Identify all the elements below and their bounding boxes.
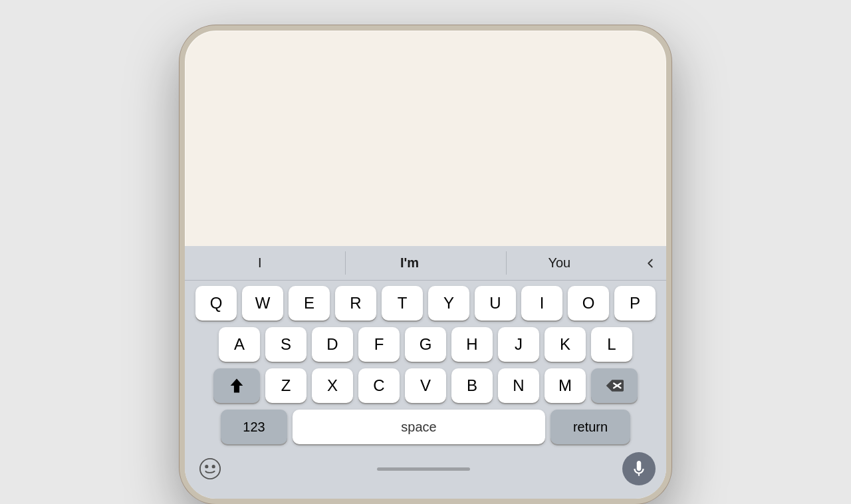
predictive-backspace[interactable]: [634, 256, 666, 271]
key-C[interactable]: C: [358, 368, 400, 403]
delete-key[interactable]: [591, 368, 638, 403]
key-Y[interactable]: Y: [428, 286, 469, 320]
phone-container: I I'm You Q W E R T Y: [173, 0, 678, 504]
key-row-2: A S D F G H J K L: [187, 327, 664, 362]
key-D[interactable]: D: [312, 327, 353, 362]
key-X[interactable]: X: [312, 368, 353, 403]
bottom-bar: [185, 447, 666, 493]
key-row-3: Z X C V B N M: [187, 368, 664, 403]
emoji-button[interactable]: [195, 454, 225, 483]
predictive-word-2[interactable]: I'm: [334, 250, 484, 276]
home-indicator: [377, 467, 470, 471]
key-Z[interactable]: Z: [265, 368, 306, 403]
numbers-key[interactable]: 123: [221, 410, 287, 444]
shift-key[interactable]: [213, 368, 260, 403]
key-V[interactable]: V: [405, 368, 446, 403]
phone-frame: I I'm You Q W E R T Y: [180, 25, 671, 504]
predictive-word-3[interactable]: You: [485, 250, 634, 276]
key-Q[interactable]: Q: [195, 286, 237, 320]
key-E[interactable]: E: [289, 286, 330, 320]
key-F[interactable]: F: [358, 327, 400, 362]
key-O[interactable]: O: [568, 286, 609, 320]
return-key[interactable]: return: [550, 410, 630, 444]
key-R[interactable]: R: [335, 286, 376, 320]
key-M[interactable]: M: [545, 368, 586, 403]
key-J[interactable]: J: [498, 327, 539, 362]
keyboard-area: I I'm You Q W E R T Y: [185, 246, 666, 499]
key-H[interactable]: H: [451, 327, 493, 362]
key-row-1: Q W E R T Y U I O P: [187, 286, 664, 320]
svg-point-2: [200, 459, 220, 479]
key-S[interactable]: S: [265, 327, 306, 362]
key-A[interactable]: A: [219, 327, 260, 362]
predictive-bar: I I'm You: [185, 246, 666, 281]
key-U[interactable]: U: [475, 286, 516, 320]
svg-point-4: [212, 465, 215, 468]
key-G[interactable]: G: [405, 327, 446, 362]
key-row-4: 123 space return: [187, 410, 664, 444]
space-key[interactable]: space: [293, 410, 545, 444]
key-K[interactable]: K: [545, 327, 586, 362]
predictive-word-1[interactable]: I: [185, 250, 334, 276]
microphone-button[interactable]: [622, 452, 656, 485]
key-B[interactable]: B: [451, 368, 493, 403]
key-T[interactable]: T: [382, 286, 423, 320]
key-N[interactable]: N: [498, 368, 539, 403]
svg-point-3: [205, 465, 208, 468]
key-P[interactable]: P: [614, 286, 656, 320]
keyboard-rows: Q W E R T Y U I O P A S D F G: [185, 281, 666, 447]
key-I[interactable]: I: [521, 286, 562, 320]
key-W[interactable]: W: [242, 286, 283, 320]
key-L[interactable]: L: [591, 327, 632, 362]
